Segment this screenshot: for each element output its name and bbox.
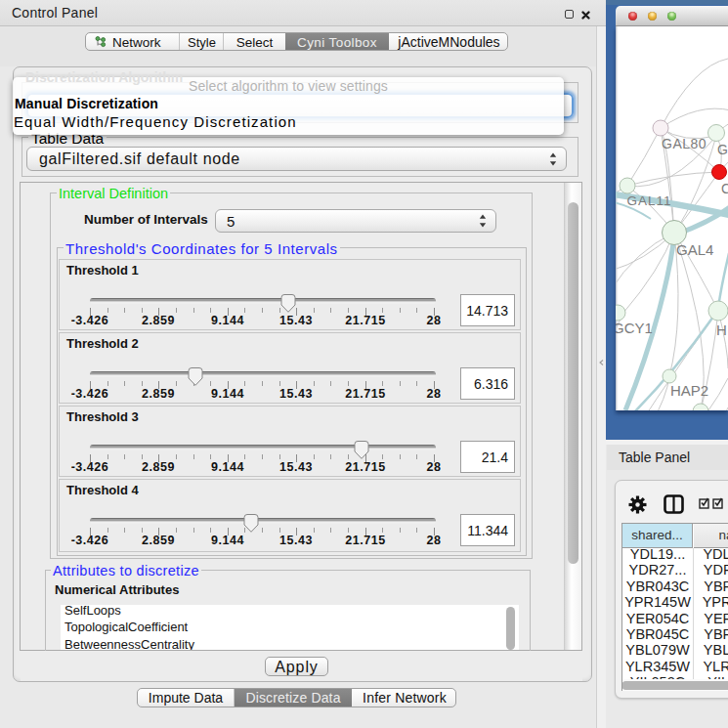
svg-text:H: H [716,321,727,338]
svg-text:C: C [721,181,728,196]
svg-text:GCY1: GCY1 [616,320,653,336]
svg-text:GA: GA [717,142,728,157]
svg-text:GAL11: GAL11 [627,193,672,208]
svg-text:HAP2: HAP2 [670,382,708,399]
svg-text:GAL80: GAL80 [662,136,707,151]
svg-text:GAL4: GAL4 [676,241,713,258]
